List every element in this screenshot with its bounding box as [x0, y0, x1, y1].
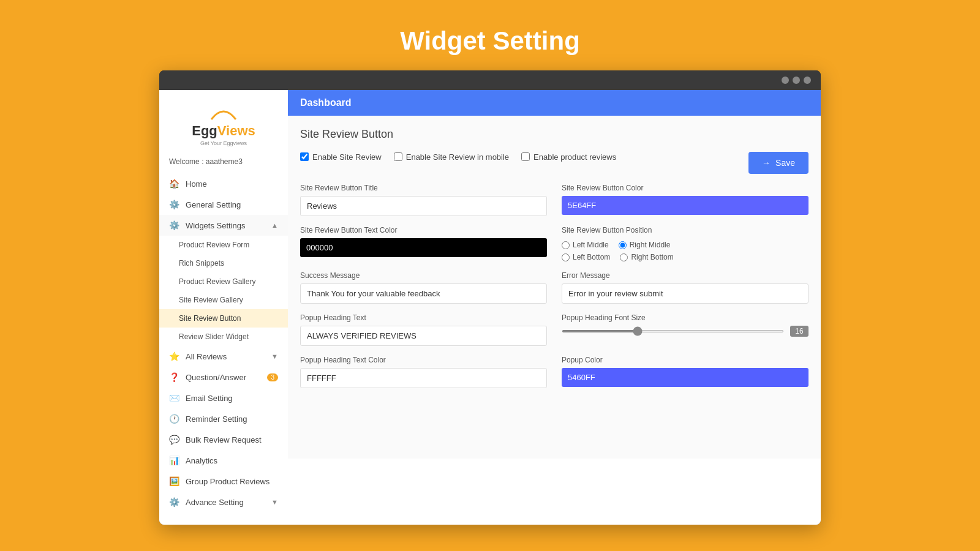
form-group-success-message: Success Message	[300, 271, 547, 304]
section-title: Site Review Button	[300, 128, 809, 141]
sidebar-subitem-rich-snippets[interactable]: Rich Snippets	[159, 254, 288, 272]
checkbox-enable-product-reviews[interactable]	[521, 152, 530, 161]
radio-left-middle-label[interactable]: Left Middle	[562, 241, 609, 249]
sidebar-item-general-setting[interactable]: ⚙️ General Setting	[159, 194, 288, 215]
radio-row-top: Left Middle Right Middle	[562, 241, 809, 249]
sidebar-item-advance-setting[interactable]: ⚙️ Advance Setting ▼	[159, 492, 288, 512]
sidebar-subitem-review-slider-widget[interactable]: Review Slider Widget	[159, 328, 288, 346]
button-title-input[interactable]	[300, 196, 547, 216]
logo-views: Views	[217, 123, 255, 138]
sidebar-subitem-site-review-gallery[interactable]: Site Review Gallery	[159, 291, 288, 309]
form-group-font-size: Popup Heading Font Size 16	[562, 313, 809, 346]
text-color-label: Site Review Button Text Color	[300, 226, 547, 234]
save-button-label: Save	[775, 158, 795, 168]
text-color-input[interactable]	[300, 238, 547, 257]
popup-heading-input[interactable]	[300, 326, 547, 346]
sidebar-subitem-product-review-form[interactable]: Product Review Form	[159, 236, 288, 254]
sidebar-item-reminder-label: Reminder Setting	[186, 414, 247, 424]
sidebar-item-all-reviews-label: All Reviews	[186, 352, 227, 361]
radio-left-bottom[interactable]	[562, 253, 570, 261]
radio-group-position: Left Middle Right Middle Lef	[562, 241, 809, 261]
form-grid: Site Review Button Title Site Review But…	[300, 184, 809, 388]
sidebar-item-analytics[interactable]: 📊 Analytics	[159, 450, 288, 471]
sidebar-subitem-product-review-form-label: Product Review Form	[179, 241, 249, 249]
group-icon: 🖼️	[169, 476, 179, 486]
radio-left-bottom-text: Left Bottom	[573, 253, 610, 261]
radio-right-middle[interactable]	[619, 241, 627, 249]
gear-icon-widgets: ⚙️	[169, 220, 179, 230]
sidebar-item-widgets-label: Widgets Settings	[186, 221, 246, 230]
qa-badge: 3	[267, 373, 278, 381]
chat-icon: 💬	[169, 435, 179, 444]
button-color-input[interactable]	[562, 196, 809, 215]
checkbox-enable-mobile-label[interactable]: Enable Site Review in mobile	[394, 152, 509, 162]
star-icon: ⭐	[169, 351, 179, 361]
sidebar-item-bulk-review-request[interactable]: 💬 Bulk Review Request	[159, 429, 288, 450]
logo-text: EggViews	[169, 123, 278, 139]
sidebar-item-all-reviews[interactable]: ⭐ All Reviews ▼	[159, 346, 288, 367]
radio-left-bottom-label[interactable]: Left Bottom	[562, 253, 610, 261]
sidebar-subitem-product-review-gallery-label: Product Review Gallery	[179, 277, 255, 286]
sidebar-item-widgets-settings[interactable]: ⚙️ Widgets Settings ▲	[159, 215, 288, 236]
sidebar-item-reminder-setting[interactable]: 🕐 Reminder Setting	[159, 408, 288, 429]
sidebar-subitem-site-review-gallery-label: Site Review Gallery	[179, 296, 243, 304]
radio-right-bottom-text: Right Bottom	[631, 253, 673, 261]
sidebar-item-group-label: Group Product Reviews	[186, 477, 270, 486]
dashboard-tab-label: Dashboard	[300, 97, 352, 108]
button-color-label: Site Review Button Color	[562, 184, 809, 192]
sidebar-subitem-review-slider-widget-label: Review Slider Widget	[179, 332, 249, 341]
popup-text-color-input[interactable]	[300, 368, 547, 388]
popup-color-input[interactable]	[562, 368, 809, 387]
font-size-slider[interactable]	[562, 330, 784, 332]
analytics-icon: 📊	[169, 455, 179, 465]
checkbox-enable-site-review-label[interactable]: Enable Site Review	[300, 152, 382, 162]
slider-container: 16	[562, 326, 809, 337]
checkboxes-row: Enable Site Review Enable Site Review in…	[300, 152, 616, 162]
success-message-label: Success Message	[300, 271, 547, 280]
sidebar-item-analytics-label: Analytics	[186, 456, 217, 465]
advance-arrow-icon: ▼	[271, 498, 278, 506]
checkbox-enable-site-review[interactable]	[300, 152, 309, 161]
sidebar-item-home[interactable]: 🏠 Home	[159, 173, 288, 194]
radio-right-middle-text: Right Middle	[630, 241, 671, 249]
gear-icon-advance: ⚙️	[169, 497, 179, 507]
form-group-popup-heading: Popup Heading Text	[300, 313, 547, 346]
sidebar-subitem-site-review-button[interactable]: Site Review Button	[159, 309, 288, 328]
radio-right-bottom[interactable]	[620, 253, 628, 261]
checkbox-enable-mobile-text: Enable Site Review in mobile	[406, 152, 509, 162]
browser-dot-2	[793, 77, 800, 84]
checkbox-enable-site-review-text: Enable Site Review	[312, 152, 382, 162]
clock-icon: 🕐	[169, 414, 179, 424]
sidebar-item-email-label: Email Setting	[186, 394, 233, 403]
form-group-position: Site Review Button Position Left Middle …	[562, 226, 809, 261]
logo-tagline: Get Your Eggviews	[169, 140, 278, 146]
popup-font-size-label: Popup Heading Font Size	[562, 313, 809, 322]
sidebar-item-bulk-label: Bulk Review Request	[186, 435, 262, 444]
sidebar-item-group-product-reviews[interactable]: 🖼️ Group Product Reviews	[159, 471, 288, 492]
sidebar-item-question-answer[interactable]: ❓ Question/Answer 3	[159, 367, 288, 388]
popup-text-color-label: Popup Heading Text Color	[300, 356, 547, 364]
browser-body: EggViews Get Your Eggviews Welcome : aaa…	[159, 90, 821, 525]
sidebar-subitem-site-review-button-label: Site Review Button	[179, 314, 241, 323]
radio-left-middle-text: Left Middle	[573, 241, 609, 249]
checkbox-enable-mobile[interactable]	[394, 152, 402, 161]
sidebar-subitem-product-review-gallery[interactable]: Product Review Gallery	[159, 272, 288, 291]
popup-color-label: Popup Color	[562, 356, 809, 364]
email-icon: ✉️	[169, 393, 179, 403]
radio-right-middle-label[interactable]: Right Middle	[619, 241, 671, 249]
save-button[interactable]: → Save	[748, 152, 809, 174]
radio-left-middle[interactable]	[562, 241, 570, 249]
sidebar-item-email-setting[interactable]: ✉️ Email Setting	[159, 388, 288, 408]
gear-icon-general: ⚙️	[169, 200, 179, 209]
sidebar-logo: EggViews Get Your Eggviews	[159, 90, 288, 152]
save-arrow-icon: →	[762, 158, 771, 168]
form-group-popup-text-color: Popup Heading Text Color	[300, 356, 547, 388]
browser-dots	[782, 77, 811, 84]
browser-dot-1	[782, 77, 789, 84]
error-message-input[interactable]	[562, 283, 809, 304]
radio-right-bottom-label[interactable]: Right Bottom	[620, 253, 673, 261]
success-message-input[interactable]	[300, 283, 547, 304]
error-message-label: Error Message	[562, 271, 809, 280]
radio-row-bottom: Left Bottom Right Bottom	[562, 253, 809, 261]
checkbox-enable-product-reviews-label[interactable]: Enable product reviews	[521, 152, 616, 162]
